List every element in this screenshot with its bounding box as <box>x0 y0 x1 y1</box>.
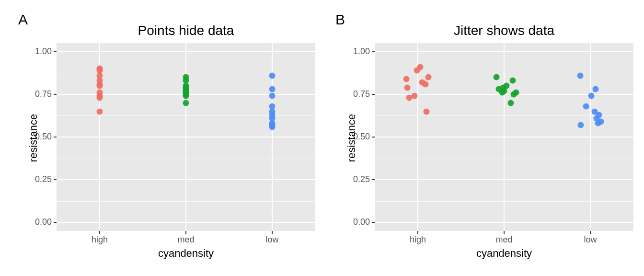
data-point <box>588 93 594 99</box>
tick-label-y: 0.25 <box>35 174 52 184</box>
tick-label-y: 0.75 <box>35 89 52 99</box>
tick-label-y: 0.75 <box>353 89 370 99</box>
tick-mark-y <box>54 179 57 180</box>
figure: APoints hide data0.000.250.500.751.00hig… <box>0 0 644 276</box>
data-point <box>97 108 103 115</box>
data-point <box>183 74 189 80</box>
tick-label-y: 1.00 <box>353 46 370 57</box>
tick-mark-x <box>590 231 591 234</box>
axis-label-y: resistance <box>345 109 358 167</box>
data-point <box>404 84 410 91</box>
data-point <box>269 93 276 99</box>
data-point <box>425 74 431 80</box>
data-point <box>403 76 409 82</box>
tick-label-x: med <box>490 235 518 245</box>
tick-label-x: high <box>403 235 432 245</box>
data-point <box>424 108 430 115</box>
data-point <box>419 79 426 85</box>
data-point <box>508 100 514 106</box>
tick-label-y: 0.25 <box>353 174 370 184</box>
data-point <box>183 100 189 106</box>
tick-label-x: low <box>576 235 605 245</box>
tick-label-y: 0.00 <box>353 217 370 227</box>
data-point <box>504 83 510 89</box>
tick-mark-x <box>504 231 505 234</box>
axis-label-y: resistance <box>27 109 40 167</box>
tick-mark-x <box>185 231 186 234</box>
tick-mark-x <box>417 231 418 234</box>
tick-mark-y <box>54 94 57 95</box>
tick-mark-y <box>372 179 375 180</box>
data-point <box>510 78 516 84</box>
tick-mark-y <box>54 137 57 138</box>
data-point <box>417 64 423 70</box>
data-point <box>577 72 584 79</box>
data-point <box>411 93 417 99</box>
gridline-x <box>185 43 186 231</box>
tick-label-y: 1.00 <box>35 46 52 57</box>
tick-label-x: med <box>172 235 200 245</box>
axis-label-x: cyandensity <box>375 247 633 260</box>
data-point <box>583 103 589 109</box>
tick-mark-y <box>372 222 375 223</box>
tick-label-x: high <box>85 235 114 245</box>
tick-mark-y <box>54 51 57 52</box>
data-point <box>269 103 276 109</box>
tick-mark-x <box>272 231 273 234</box>
data-point <box>269 72 276 79</box>
tick-label-y: 0.00 <box>35 217 52 227</box>
data-point <box>513 90 519 96</box>
axis-label-x: cyandensity <box>57 247 315 260</box>
tick-mark-y <box>372 94 375 95</box>
gridline-x <box>504 43 505 231</box>
gridline-x <box>590 43 591 231</box>
data-point <box>269 86 276 92</box>
tick-mark-y <box>372 137 375 138</box>
data-point <box>592 86 598 92</box>
data-point <box>493 74 499 80</box>
plot-area-A <box>57 43 315 231</box>
plot-area-B <box>375 43 633 231</box>
tick-mark-x <box>99 231 100 234</box>
data-point <box>97 90 103 96</box>
chart-title-B: Jitter shows data <box>375 23 633 38</box>
data-point <box>578 122 584 128</box>
panel-label-A: A <box>18 12 28 28</box>
chart-title-A: Points hide data <box>57 23 315 38</box>
data-point <box>97 66 103 72</box>
panel-label-B: B <box>335 12 345 28</box>
tick-label-x: low <box>258 235 287 245</box>
tick-mark-y <box>372 51 375 52</box>
data-point <box>592 108 598 115</box>
gridline-x <box>272 43 273 231</box>
tick-mark-y <box>54 222 57 223</box>
